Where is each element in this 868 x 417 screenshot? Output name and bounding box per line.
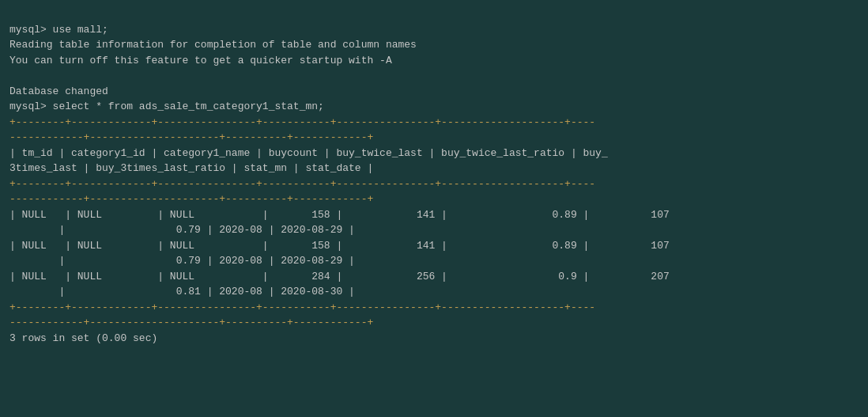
header-1: | tm_id | category1_id | category1_name … (9, 147, 608, 159)
row2-line1: | NULL | NULL | NULL | 158 | 141 | 0.89 … (9, 240, 670, 252)
result-line: 3 rows in set (0.00 sec) (9, 332, 157, 344)
border-top-1: +--------+-------------+----------------… (9, 116, 595, 128)
row3-line2: | 0.81 | 2020-08 | 2020-08-30 | (9, 286, 355, 298)
row3-line1: | NULL | NULL | NULL | 284 | 256 | 0.9 |… (9, 271, 670, 282)
line-2: Reading table information for completion… (9, 39, 417, 51)
line-3: You can turn off this feature to get a q… (9, 55, 392, 66)
border-top-2: ------------+---------------------+-----… (9, 131, 373, 143)
border-bot-1: +--------+-------------+----------------… (9, 301, 595, 313)
border-bot-2: ------------+---------------------+-----… (9, 317, 373, 328)
row1-line1: | NULL | NULL | NULL | 158 | 141 | 0.89 … (9, 209, 670, 221)
border-mid-1: +--------+-------------+----------------… (9, 178, 595, 190)
row1-line2: | 0.79 | 2020-08 | 2020-08-29 | (9, 224, 355, 236)
line-query: mysql> select * from ads_sale_tm_categor… (9, 100, 324, 112)
border-mid-2: ------------+---------------------+-----… (9, 193, 373, 205)
line-1: mysql> use mall; (9, 24, 108, 36)
line-db-changed: Database changed (9, 85, 108, 97)
row2-line2: | 0.79 | 2020-08 | 2020-08-29 | (9, 255, 355, 267)
terminal-window: mysql> use mall; Reading table informati… (0, 0, 868, 417)
header-2: 3times_last | buy_3times_last_ratio | st… (9, 162, 373, 174)
